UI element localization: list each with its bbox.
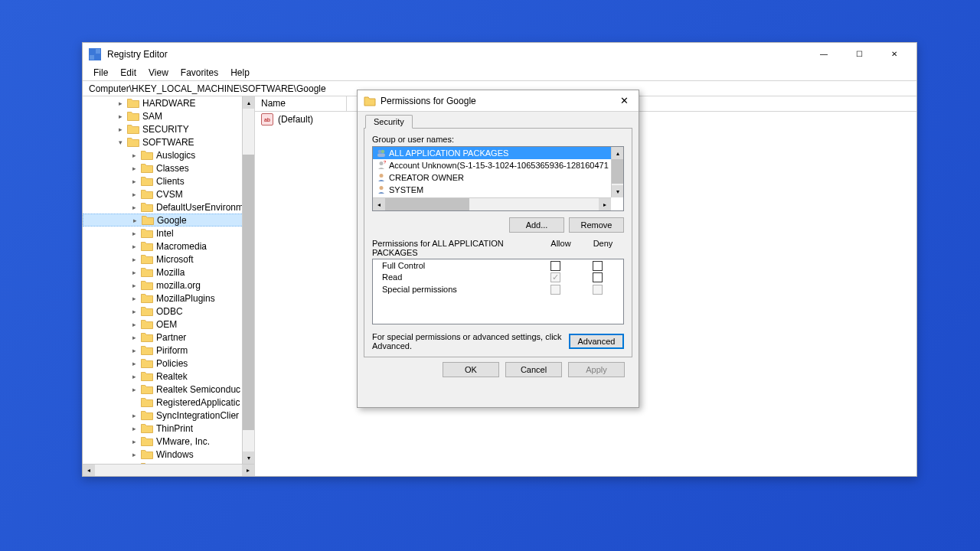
chevron-icon[interactable]: ▸	[129, 163, 139, 174]
tree-item[interactable]: ▸VMware, Inc.	[83, 435, 254, 448]
dialog-close-button[interactable]: ✕	[612, 92, 635, 110]
chevron-icon[interactable]: ▸	[129, 215, 140, 226]
chevron-icon[interactable]: ▸	[129, 241, 139, 252]
scroll-thumb[interactable]	[385, 198, 469, 210]
scroll-thumb[interactable]	[243, 155, 254, 430]
chevron-icon[interactable]: ▸	[129, 176, 139, 187]
chevron-icon[interactable]: ▸	[129, 436, 139, 447]
cancel-button[interactable]: Cancel	[505, 362, 562, 377]
deny-checkbox[interactable]	[593, 272, 603, 282]
tree-item[interactable]: ▸Clients	[83, 174, 254, 187]
principals-vertical-scrollbar[interactable]: ▴ ▾	[611, 147, 623, 197]
column-name[interactable]: Name	[255, 96, 347, 111]
scroll-up-button[interactable]: ▴	[612, 147, 623, 159]
tree-item[interactable]: ▾SOFTWARE	[83, 135, 254, 148]
tree-item[interactable]: ▸Windows	[83, 448, 254, 461]
tree-item[interactable]: ▸MozillaPlugins	[83, 292, 254, 305]
tree-item[interactable]: ▸Piriform	[83, 344, 254, 357]
principal-row[interactable]: ALL APPLICATION PACKAGES	[373, 147, 623, 159]
chevron-icon[interactable]: ▸	[129, 371, 139, 382]
tree-item[interactable]: ▸Macromedia	[83, 240, 254, 253]
tree-item[interactable]: ▸Realtek Semiconduc	[83, 383, 254, 396]
tree-item[interactable]: ▸ThinPrint	[83, 422, 254, 435]
principals-listbox[interactable]: ALL APPLICATION PACKAGES?Account Unknown…	[372, 146, 624, 211]
chevron-icon[interactable]: ▸	[129, 293, 139, 304]
tree-scroll[interactable]: ▸HARDWARE▸SAM▸SECURITY▾SOFTWARE▸Auslogic…	[83, 96, 254, 464]
chevron-icon[interactable]: ▸	[115, 111, 126, 122]
chevron-icon[interactable]	[129, 397, 139, 408]
tree-item[interactable]: ▸HARDWARE	[83, 96, 254, 109]
scroll-down-button[interactable]: ▾	[612, 185, 623, 197]
tree-item[interactable]: ▸DefaultUserEnvironm	[83, 201, 254, 214]
scroll-left-button[interactable]: ◂	[373, 198, 385, 210]
dialog-titlebar[interactable]: Permissions for Google ✕	[358, 90, 639, 112]
tree-item[interactable]: ▸Intel	[83, 227, 254, 240]
chevron-icon[interactable]: ▸	[115, 124, 126, 135]
ok-button[interactable]: OK	[443, 362, 499, 377]
scroll-down-button[interactable]: ▾	[243, 452, 254, 464]
close-button[interactable]: ✕	[877, 43, 912, 65]
add-button[interactable]: Add...	[509, 217, 564, 233]
tree-item[interactable]: ▸OEM	[83, 318, 254, 331]
tree-item[interactable]: ▸Policies	[83, 357, 254, 370]
tree-item[interactable]: ▸SAM	[83, 109, 254, 122]
chevron-icon[interactable]: ▸	[129, 345, 139, 356]
folder-icon	[141, 449, 153, 459]
tree-item[interactable]: ▸SECURITY	[83, 122, 254, 135]
menu-view[interactable]: View	[142, 66, 175, 80]
principals-horizontal-scrollbar[interactable]: ◂ ▸	[373, 197, 611, 210]
chevron-icon[interactable]: ▸	[129, 449, 139, 460]
tree-item[interactable]: ▸Partner	[83, 331, 254, 344]
chevron-icon[interactable]: ▸	[129, 410, 139, 421]
minimize-button[interactable]: —	[806, 43, 841, 65]
chevron-icon[interactable]: ▸	[129, 384, 139, 395]
chevron-icon[interactable]: ▸	[129, 280, 139, 291]
scroll-right-button[interactable]: ▸	[599, 198, 611, 210]
scroll-thumb[interactable]	[612, 159, 623, 184]
titlebar[interactable]: Registry Editor — ☐ ✕	[83, 43, 916, 65]
tree-item[interactable]: ▸Google	[83, 214, 254, 227]
menu-help[interactable]: Help	[224, 66, 256, 80]
tree-item[interactable]: ▸mozilla.org	[83, 279, 254, 292]
scroll-right-button[interactable]: ▸	[242, 465, 254, 476]
tree-item[interactable]: ▸Mozilla	[83, 266, 254, 279]
chevron-icon[interactable]: ▸	[129, 228, 139, 239]
tree-item[interactable]: ▸ODBC	[83, 305, 254, 318]
chevron-icon[interactable]: ▸	[129, 358, 139, 369]
chevron-icon[interactable]: ▾	[115, 137, 126, 148]
chevron-icon[interactable]: ▸	[129, 189, 139, 200]
tree-item[interactable]: ▸SyncIntegrationClier	[83, 409, 254, 422]
advanced-button[interactable]: Advanced	[569, 334, 624, 349]
chevron-icon[interactable]: ▸	[129, 332, 139, 343]
tree-horizontal-scrollbar[interactable]: ◂ ▸	[83, 464, 254, 476]
chevron-icon[interactable]: ▸	[129, 423, 139, 434]
chevron-icon[interactable]: ▸	[129, 254, 139, 265]
menu-edit[interactable]: Edit	[114, 66, 142, 80]
menu-file[interactable]: File	[87, 66, 114, 80]
menu-favorites[interactable]: Favorites	[175, 66, 224, 80]
maximize-button[interactable]: ☐	[841, 43, 877, 65]
principal-row[interactable]: ?Account Unknown(S-1-15-3-1024-106536593…	[373, 159, 623, 171]
principal-row[interactable]: CREATOR OWNER	[373, 171, 623, 184]
tab-security[interactable]: Security	[365, 115, 413, 129]
tree-item[interactable]: ▸Microsoft	[83, 253, 254, 266]
remove-button[interactable]: Remove	[569, 217, 624, 233]
tree-item[interactable]: ▸Realtek	[83, 370, 254, 383]
allow-checkbox[interactable]	[550, 261, 560, 271]
tree-vertical-scrollbar[interactable]: ▴ ▾	[242, 96, 254, 464]
scroll-left-button[interactable]: ◂	[83, 465, 95, 476]
chevron-icon[interactable]: ▸	[129, 306, 139, 317]
deny-checkbox[interactable]	[593, 261, 603, 271]
tree-item[interactable]: RegisteredApplicatic	[83, 396, 254, 409]
tree-item[interactable]: ▸Classes	[83, 161, 254, 174]
chevron-icon[interactable]: ▸	[129, 267, 139, 278]
chevron-icon[interactable]: ▸	[129, 150, 139, 161]
chevron-icon[interactable]: ▸	[115, 98, 126, 109]
principal-row[interactable]: SYSTEM	[373, 184, 623, 196]
chevron-icon[interactable]: ▸	[129, 319, 139, 330]
tree-item[interactable]: ▸CVSM	[83, 187, 254, 201]
scroll-up-button[interactable]: ▴	[243, 96, 254, 109]
tree-item[interactable]: ▸Auslogics	[83, 148, 254, 161]
chevron-icon[interactable]: ▸	[129, 202, 139, 213]
apply-button[interactable]: Apply	[568, 362, 625, 377]
